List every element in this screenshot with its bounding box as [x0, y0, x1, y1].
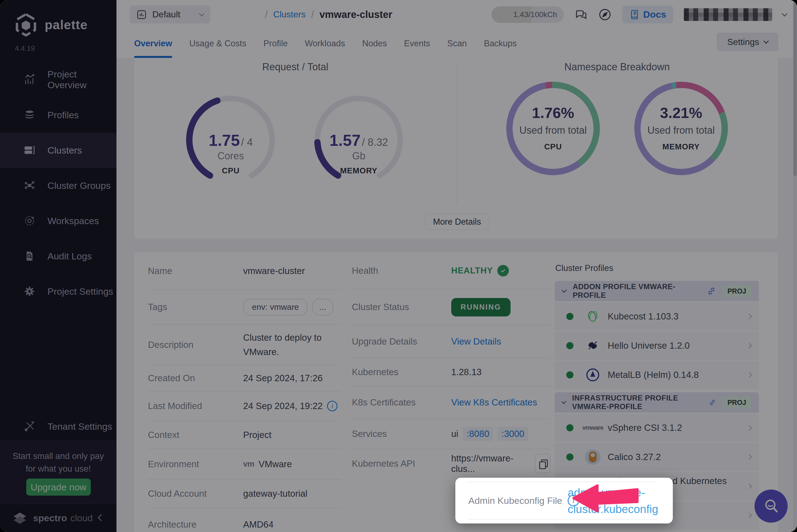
app-window: palette 4.4.19 Project Overview Profiles	[0, 0, 797, 532]
admin-kubeconfig-label: Admin Kubeconfig File	[468, 495, 562, 506]
annotation-arrow	[571, 481, 640, 514]
dim-overlay	[0, 0, 797, 532]
